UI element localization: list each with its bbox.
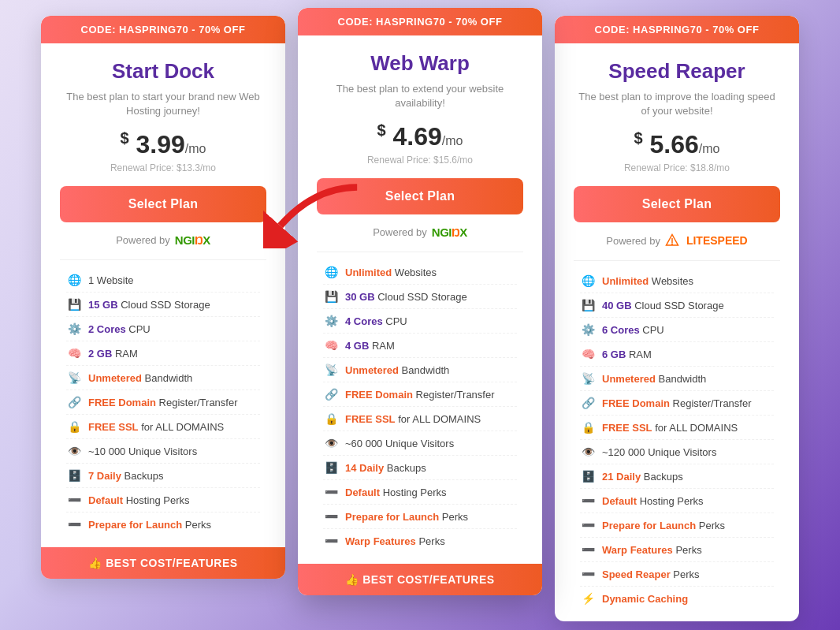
price-value-start-dock: 3.99	[136, 130, 185, 158]
promo-banner-web-warp: CODE: HASPRING70 - 70% OFF	[298, 8, 542, 35]
powered-by-web-warp: Powered by NGIŊX	[317, 226, 523, 239]
feature-ssl: 🔒FREE SSL for ALL DOMAINS	[580, 416, 774, 440]
feature-default-perks: ➖Default Hosting Perks	[66, 488, 260, 513]
price-value-web-warp: 4.69	[393, 122, 442, 151]
select-plan-speed-reaper[interactable]: Select Plan	[574, 186, 780, 222]
per-mo-web-warp: /mo	[442, 134, 463, 147]
feature-default-perks: ➖Default Hosting Perks	[580, 489, 774, 513]
promo-banner-start-dock: CODE: HASPRING70 - 70% OFF	[41, 16, 285, 43]
feature-website: 🌐1 Website	[66, 268, 260, 293]
plan-card-speed-reaper: CODE: HASPRING70 - 70% OFF Speed Reaper …	[555, 16, 799, 621]
renewal-price-start-dock: Renewal Price: $13.3/mo	[60, 162, 266, 173]
select-plan-web-warp[interactable]: Select Plan	[317, 178, 523, 214]
plan-desc-start-dock: The best plan to start your brand new We…	[60, 90, 266, 118]
plan-price-speed-reaper: $ 5.66/mo	[574, 129, 780, 159]
plan-name-start-dock: Start Dock	[60, 59, 266, 84]
plan-body-speed-reaper: Speed Reaper The best plan to improve th…	[555, 43, 799, 610]
litespeed-logo	[665, 233, 679, 248]
features-list-web-warp: 🌐Unlimited Websites 💾30 GB Cloud SSD Sto…	[317, 252, 523, 553]
feature-website: 🌐Unlimited Websites	[580, 269, 774, 293]
feature-dynamic-caching: ⚡Dynamic Caching	[580, 587, 774, 610]
feature-visitors: 👁️~60 000 Unique Visitors	[323, 431, 517, 456]
plan-desc-web-warp: The best plan to extend your website ava…	[317, 82, 523, 110]
feature-ssl: 🔒FREE SSL for ALL DOMAINS	[323, 407, 517, 431]
nginx-logo-web-warp: NGIŊX	[432, 226, 467, 239]
feature-storage: 💾40 GB Cloud SSD Storage	[580, 293, 774, 318]
feature-storage: 💾15 GB Cloud SSD Storage	[66, 293, 260, 317]
feature-launch-perks: ➖Prepare for Launch Perks	[323, 505, 517, 529]
feature-ram: 🧠2 GB RAM	[66, 341, 260, 366]
plan-name-speed-reaper: Speed Reaper	[574, 59, 780, 84]
feature-visitors: 👁️~10 000 Unique Visitors	[66, 439, 260, 464]
price-value-speed-reaper: 5.66	[650, 130, 699, 158]
feature-ssl: 🔒FREE SSL for ALL DOMAINS	[66, 415, 260, 439]
best-footer-web-warp: 👍 BEST COST/FEATURES	[298, 564, 542, 595]
promo-banner-speed-reaper: CODE: HASPRING70 - 70% OFF	[555, 16, 799, 43]
plans-container: CODE: HASPRING70 - 70% OFF Start Dock Th…	[35, 16, 805, 621]
feature-speed-reaper-perks: ➖Speed Reaper Perks	[580, 562, 774, 587]
plan-body-start-dock: Start Dock The best plan to start your b…	[41, 43, 285, 536]
renewal-price-speed-reaper: Renewal Price: $18.8/mo	[574, 162, 780, 173]
feature-ram: 🧠6 GB RAM	[580, 342, 774, 367]
plan-body-web-warp: Web Warp The best plan to extend your we…	[298, 35, 542, 553]
feature-bandwidth: 📡Unmetered Bandwidth	[66, 366, 260, 390]
feature-storage: 💾30 GB Cloud SSD Storage	[323, 285, 517, 309]
features-list-speed-reaper: 🌐Unlimited Websites 💾40 GB Cloud SSD Sto…	[574, 260, 780, 610]
plan-price-start-dock: $ 3.99/mo	[60, 129, 266, 159]
feature-warp-perks: ➖Warp Features Perks	[580, 538, 774, 562]
feature-backups: 🗄️21 Daily Backups	[580, 464, 774, 489]
best-footer-start-dock: 👍 BEST COST/FEATURES	[41, 547, 285, 579]
features-list-start-dock: 🌐1 Website 💾15 GB Cloud SSD Storage ⚙️2 …	[60, 259, 266, 536]
plan-name-web-warp: Web Warp	[317, 51, 523, 76]
plan-price-web-warp: $ 4.69/mo	[317, 121, 523, 151]
feature-domain: 🔗FREE Domain Register/Transfer	[323, 382, 517, 407]
feature-launch-perks: ➖Prepare for Launch Perks	[580, 513, 774, 538]
select-plan-start-dock[interactable]: Select Plan	[60, 186, 266, 222]
feature-website: 🌐Unlimited Websites	[323, 260, 517, 285]
plan-card-start-dock: CODE: HASPRING70 - 70% OFF Start Dock Th…	[41, 16, 285, 579]
per-mo-start-dock: /mo	[185, 142, 206, 155]
powered-label-start-dock: Powered by	[116, 234, 170, 246]
plan-card-web-warp: CODE: HASPRING70 - 70% OFF Web Warp The …	[298, 8, 542, 595]
nginx-logo-start-dock: NGIŊX	[175, 233, 210, 247]
feature-cpu: ⚙️2 Cores CPU	[66, 317, 260, 341]
feature-launch-perks: ➖Prepare for Launch Perks	[66, 513, 260, 536]
feature-backups: 🗄️14 Daily Backups	[323, 456, 517, 480]
svg-point-3	[671, 243, 673, 244]
feature-domain: 🔗FREE Domain Register/Transfer	[66, 390, 260, 415]
powered-by-speed-reaper: Powered by LITESPEED	[574, 233, 780, 248]
feature-domain: 🔗FREE Domain Register/Transfer	[580, 391, 774, 416]
dollar-sign-speed-reaper: $	[634, 129, 643, 147]
feature-bandwidth: 📡Unmetered Bandwidth	[323, 358, 517, 382]
powered-label-speed-reaper: Powered by	[606, 235, 660, 247]
feature-ram: 🧠4 GB RAM	[323, 334, 517, 358]
feature-warp-perks: ➖Warp Features Perks	[323, 529, 517, 553]
feature-backups: 🗄️7 Daily Backups	[66, 464, 260, 488]
feature-cpu: ⚙️6 Cores CPU	[580, 318, 774, 342]
dollar-sign-start-dock: $	[121, 129, 129, 147]
powered-by-start-dock: Powered by NGIŊX	[60, 233, 266, 247]
feature-cpu: ⚙️4 Cores CPU	[323, 309, 517, 334]
litespeed-text: LITESPEED	[686, 234, 748, 247]
powered-label-web-warp: Powered by	[373, 226, 427, 238]
feature-default-perks: ➖Default Hosting Perks	[323, 480, 517, 505]
per-mo-speed-reaper: /mo	[699, 142, 720, 155]
dollar-sign-web-warp: $	[377, 121, 386, 139]
renewal-price-web-warp: Renewal Price: $15.6/mo	[317, 155, 523, 166]
feature-bandwidth: 📡Unmetered Bandwidth	[580, 367, 774, 391]
plan-desc-speed-reaper: The best plan to improve the loading spe…	[574, 90, 780, 118]
feature-visitors: 👁️~120 000 Unique Visitors	[580, 440, 774, 464]
